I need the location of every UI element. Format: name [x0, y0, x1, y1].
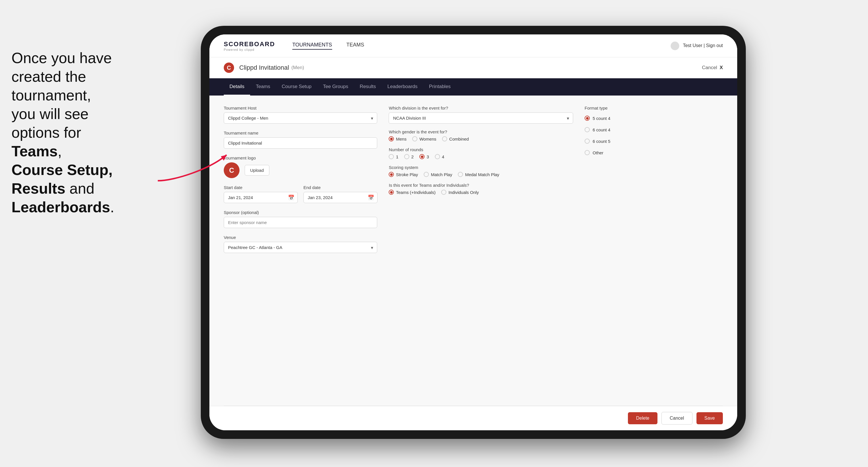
team-individual-group: Is this event for Teams and/or Individua…	[389, 183, 573, 195]
tab-leaderboards[interactable]: Leaderboards	[382, 79, 424, 96]
tab-printables[interactable]: Printables	[424, 79, 457, 96]
tab-results[interactable]: Results	[354, 79, 382, 96]
tournament-host-select[interactable]: Clippd College - Men	[224, 113, 377, 124]
rounds-label: Number of rounds	[389, 147, 573, 152]
scoring-radio-group: Stroke Play Match Play Medal Match Play	[389, 172, 573, 177]
format-5count4-label: 5 count 4	[593, 116, 611, 121]
gender-womens[interactable]: Womens	[412, 136, 436, 142]
start-date-wrapper: 📅	[224, 192, 298, 203]
cancel-tournament-button[interactable]: Cancel X	[702, 65, 723, 70]
user-area: Test User | Sign out	[671, 41, 723, 50]
gender-mens-dot	[389, 136, 394, 142]
nav-tournaments[interactable]: TOURNAMENTS	[292, 42, 332, 50]
division-select[interactable]: NCAA Division III	[389, 113, 573, 124]
division-select-wrapper: NCAA Division III	[389, 113, 573, 124]
rounds-1[interactable]: 1	[389, 154, 398, 159]
nav-teams[interactable]: TEAMS	[346, 42, 364, 50]
format-6count5-label: 6 count 5	[593, 139, 611, 144]
option-teams-dot	[389, 190, 394, 195]
rounds-3[interactable]: 3	[420, 154, 429, 159]
venue-select[interactable]: Peachtree GC - Atlanta - GA	[224, 242, 377, 253]
scoring-group: Scoring system Stroke Play Match Play	[389, 165, 573, 177]
division-label: Which division is the event for?	[389, 105, 573, 111]
start-date-calendar-icon: 📅	[288, 194, 294, 201]
bold-results: Results	[11, 180, 65, 197]
end-date-calendar-icon: 📅	[368, 194, 374, 201]
rounds-radio-group: 1 2 3	[389, 154, 573, 159]
rounds-4-label: 4	[442, 154, 444, 159]
scoring-medal-label: Medal Match Play	[465, 172, 499, 177]
start-date-group: Start date 📅	[224, 185, 298, 203]
date-row: Start date 📅 End date 📅	[224, 185, 377, 203]
venue-group: Venue Peachtree GC - Atlanta - GA	[224, 235, 377, 253]
format-other-label: Other	[593, 150, 603, 155]
end-date-input[interactable]	[304, 192, 377, 203]
form-col-left: Tournament Host Clippd College - Men Tou…	[224, 105, 377, 396]
sponsor-input[interactable]	[224, 217, 377, 228]
tab-teams[interactable]: Teams	[250, 79, 276, 96]
option-individuals[interactable]: Individuals Only	[441, 190, 479, 195]
format-6count4[interactable]: 6 count 4	[585, 126, 723, 133]
gender-combined-dot	[442, 136, 447, 142]
logo-sub: Powered by clippd	[224, 48, 275, 51]
sponsor-label: Sponsor (optional)	[224, 210, 377, 215]
user-label[interactable]: Test User | Sign out	[683, 43, 723, 48]
tab-tee-groups[interactable]: Tee Groups	[317, 79, 354, 96]
cancel-action-button[interactable]: Cancel	[661, 412, 692, 425]
option-individuals-dot	[441, 190, 446, 195]
format-6count5-dot	[585, 138, 590, 144]
tablet-screen: SCOREBOARD Powered by clippd TOURNAMENTS…	[209, 34, 737, 430]
save-button[interactable]: Save	[696, 412, 723, 424]
tournament-logo-group: Tournament logo C Upload	[224, 155, 377, 178]
app-container: SCOREBOARD Powered by clippd TOURNAMENTS…	[209, 34, 737, 430]
logo-upload-area: C Upload	[224, 162, 377, 178]
back-button[interactable]: C	[224, 63, 234, 73]
format-other-dot	[585, 150, 590, 155]
rounds-3-dot	[420, 154, 425, 159]
tab-details[interactable]: Details	[224, 79, 250, 96]
tournament-name-input[interactable]	[224, 137, 377, 149]
main-content: Tournament Host Clippd College - Men Tou…	[209, 96, 737, 406]
gender-mens[interactable]: Mens	[389, 136, 406, 142]
bold-teams: Teams	[11, 143, 58, 159]
rounds-4[interactable]: 4	[435, 154, 444, 159]
format-6count4-label: 6 count 4	[593, 127, 611, 132]
rounds-2[interactable]: 2	[404, 154, 414, 159]
start-date-input[interactable]	[224, 192, 298, 203]
rounds-3-label: 3	[427, 154, 429, 159]
scoring-stroke[interactable]: Stroke Play	[389, 172, 418, 177]
tournament-host-group: Tournament Host Clippd College - Men	[224, 105, 377, 124]
rounds-1-label: 1	[396, 154, 398, 159]
nav-links: TOURNAMENTS TEAMS	[292, 42, 671, 50]
scoring-label: Scoring system	[389, 165, 573, 170]
tab-course-setup[interactable]: Course Setup	[276, 79, 317, 96]
rounds-group: Number of rounds 1 2	[389, 147, 573, 159]
gender-combined[interactable]: Combined	[442, 136, 469, 142]
logo-area: SCOREBOARD Powered by clippd	[224, 40, 275, 51]
scoring-match-dot	[424, 172, 429, 177]
scoring-medal-dot	[458, 172, 463, 177]
tournament-host-label: Tournament Host	[224, 105, 377, 111]
format-5count4[interactable]: 5 count 4	[585, 115, 723, 122]
format-other[interactable]: Other	[585, 149, 723, 156]
logo-circle: C	[224, 162, 240, 178]
form-col-middle: Which division is the event for? NCAA Di…	[389, 105, 573, 396]
rounds-1-dot	[389, 154, 394, 159]
upload-button[interactable]: Upload	[245, 165, 269, 176]
end-date-label: End date	[304, 185, 377, 190]
option-teams[interactable]: Teams (+Individuals)	[389, 190, 435, 195]
bold-course-setup: Course Setup,	[11, 161, 113, 178]
gender-group: Which gender is the event for? Mens Wome…	[389, 129, 573, 142]
option-individuals-label: Individuals Only	[448, 190, 479, 195]
tournament-header: C Clippd Invitational (Men) Cancel X	[209, 57, 737, 78]
tournament-name-label: Tournament name	[224, 130, 377, 135]
format-6count5[interactable]: 6 count 5	[585, 137, 723, 145]
tablet-frame: SCOREBOARD Powered by clippd TOURNAMENTS…	[201, 26, 746, 439]
instruction-text: Once you have created the tournament, yo…	[0, 37, 161, 228]
scoring-match[interactable]: Match Play	[424, 172, 452, 177]
rounds-4-dot	[435, 154, 440, 159]
tournament-name: Clippd Invitational	[239, 64, 289, 71]
scoring-medal-match[interactable]: Medal Match Play	[458, 172, 499, 177]
delete-button[interactable]: Delete	[628, 412, 657, 424]
gender-combined-label: Combined	[449, 136, 469, 142]
